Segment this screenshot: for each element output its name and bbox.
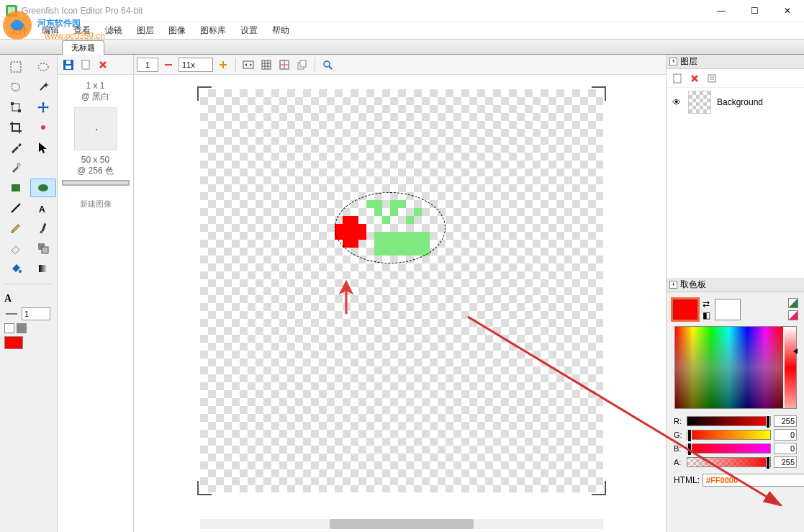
html-color-input[interactable]	[703, 474, 804, 487]
thumbnail-item-1[interactable]: 1 x 1 @ 黑白 50 x 50 @ 256 色 新建图像	[63, 81, 127, 209]
tool-eyedropper[interactable]	[3, 138, 29, 157]
default-colors-icon[interactable]: ◧	[703, 310, 710, 320]
g-slider[interactable]	[687, 430, 771, 440]
menu-settings[interactable]: 设置	[233, 22, 265, 39]
window-maximize[interactable]: ☐	[738, 0, 771, 22]
tool-clone[interactable]	[30, 239, 56, 258]
page-number-input[interactable]	[137, 58, 158, 72]
zoom-out-icon[interactable]	[161, 57, 176, 73]
zoom-select[interactable]	[179, 58, 213, 72]
svg-point-11	[41, 125, 45, 130]
canvas[interactable]	[200, 89, 603, 492]
layer-props-icon[interactable]	[704, 71, 720, 86]
zoom-in-icon[interactable]	[215, 57, 231, 73]
menu-iconlib[interactable]: 图标库	[193, 22, 233, 39]
svg-rect-9	[11, 102, 14, 105]
svg-rect-40	[708, 75, 715, 82]
b-input[interactable]	[774, 443, 797, 454]
layer-delete-icon[interactable]	[687, 71, 703, 86]
pattern-gray[interactable]	[17, 323, 27, 333]
canvas-toolbar	[134, 55, 666, 75]
svg-line-15	[12, 204, 20, 212]
tool-filled-ellipse[interactable]	[30, 179, 56, 197]
palette-header[interactable]: + 取色板	[667, 278, 804, 292]
svg-rect-21	[39, 265, 48, 272]
pages-icon[interactable]	[294, 57, 310, 73]
tool-ellipse-select[interactable]	[30, 58, 56, 76]
thumb-save-icon[interactable]	[60, 57, 76, 73]
menu-layer[interactable]: 图层	[130, 22, 161, 39]
menu-file[interactable]: 文件	[3, 22, 35, 39]
tool-retouch[interactable]	[3, 158, 29, 177]
svg-rect-10	[18, 109, 21, 112]
tool-crop[interactable]	[3, 118, 29, 137]
visibility-icon[interactable]: 👁	[671, 97, 682, 107]
transparent-swatch[interactable]	[788, 298, 798, 308]
menu-help[interactable]: 帮助	[265, 22, 297, 39]
svg-rect-26	[82, 60, 89, 69]
window-minimize[interactable]: —	[705, 0, 738, 22]
menu-filter[interactable]: 滤镜	[98, 22, 130, 39]
a-slider[interactable]	[687, 457, 771, 467]
current-color-swatch[interactable]	[4, 336, 23, 349]
tool-hotspot[interactable]	[30, 118, 56, 137]
layers-header[interactable]: + 图层	[667, 55, 804, 69]
tab-untitled[interactable]: 无标题	[62, 40, 104, 55]
tool-filled-rect[interactable]	[3, 179, 29, 197]
background-color[interactable]	[715, 299, 741, 320]
r-slider[interactable]	[687, 416, 771, 426]
canvas-h-scrollbar[interactable]	[200, 519, 603, 529]
svg-rect-13	[12, 184, 20, 191]
svg-rect-5	[11, 62, 21, 72]
a-input[interactable]	[774, 456, 797, 468]
thumb-preview-2	[63, 181, 128, 184]
svg-point-6	[38, 63, 48, 71]
svg-rect-39	[674, 74, 681, 83]
menu-edit[interactable]: 编辑	[35, 22, 66, 39]
svg-rect-31	[262, 60, 271, 69]
layer-row-background[interactable]: 👁 Background	[667, 88, 804, 117]
expand-icon: +	[669, 281, 677, 289]
center-lines-icon[interactable]	[276, 57, 292, 73]
tool-gradient[interactable]	[30, 259, 56, 278]
tool-transform[interactable]	[3, 98, 29, 117]
tool-brush[interactable]	[30, 219, 56, 238]
b-slider[interactable]	[687, 443, 771, 454]
tool-bucket[interactable]	[3, 259, 29, 278]
expand-icon: +	[669, 58, 677, 66]
layer-new-icon[interactable]	[669, 71, 685, 86]
line-width-input[interactable]	[22, 307, 50, 320]
svg-point-20	[19, 270, 22, 273]
thumb-delete-icon[interactable]	[95, 57, 111, 73]
g-input[interactable]	[774, 429, 797, 441]
tool-line[interactable]	[3, 199, 29, 217]
hue-slider-arrow[interactable]	[793, 348, 798, 354]
svg-rect-19	[42, 247, 48, 253]
menu-image[interactable]: 图像	[161, 22, 193, 39]
r-input[interactable]	[774, 415, 797, 427]
menu-view[interactable]: 查看	[66, 22, 98, 39]
svg-rect-24	[66, 66, 71, 69]
color-picker[interactable]	[674, 326, 797, 409]
layer-name: Background	[717, 97, 763, 107]
tool-arrow[interactable]	[30, 138, 56, 157]
tool-pencil[interactable]	[3, 219, 29, 238]
tool-text[interactable]: A	[30, 199, 56, 217]
grid-icon[interactable]	[258, 57, 274, 73]
zoom-tool-icon[interactable]	[320, 57, 335, 73]
window-close[interactable]: ✕	[771, 0, 804, 22]
fit-width-icon[interactable]	[240, 57, 256, 73]
tool-lasso[interactable]	[3, 78, 29, 96]
tool-rect-select[interactable]	[3, 58, 29, 76]
inverse-swatch[interactable]	[788, 310, 798, 320]
svg-rect-36	[300, 60, 306, 67]
pattern-solid[interactable]	[4, 323, 14, 333]
tool-eraser[interactable]	[3, 239, 29, 258]
thumb-new-icon[interactable]	[78, 57, 94, 73]
foreground-color[interactable]	[672, 299, 698, 320]
tool-magic-wand[interactable]	[30, 78, 56, 96]
crop-corner-tr	[592, 86, 606, 101]
b-label: B:	[674, 444, 684, 453]
swap-colors-icon[interactable]: ⇄	[703, 299, 710, 309]
tool-move[interactable]	[30, 98, 56, 117]
